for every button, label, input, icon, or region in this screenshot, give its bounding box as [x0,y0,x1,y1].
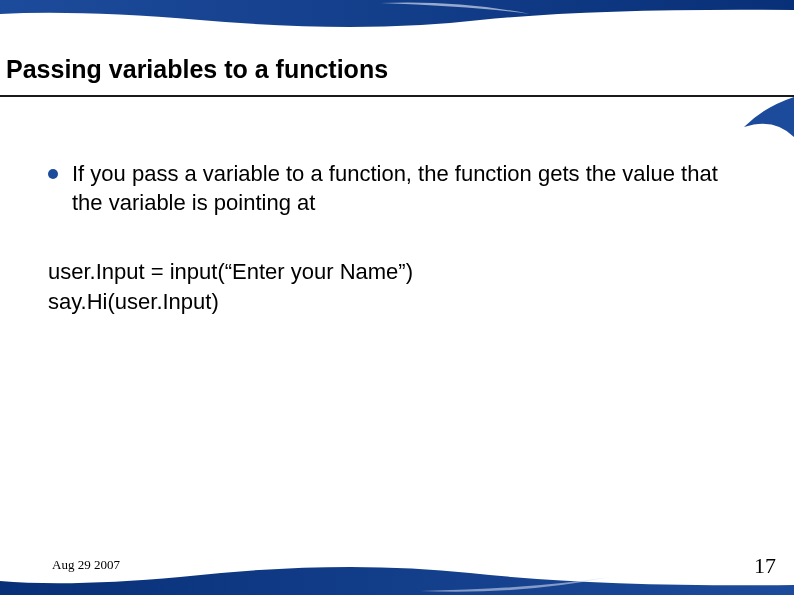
bullet-text: If you pass a variable to a function, th… [72,160,748,217]
slide-title: Passing variables to a functions [6,55,788,84]
page-number: 17 [754,553,776,579]
bullet-icon [48,169,58,179]
footer-date: Aug 29 2007 [52,557,752,573]
code-block: user.Input = input(“Enter your Name”) sa… [48,257,748,316]
top-decoration [0,0,794,50]
right-accent [734,97,794,137]
code-line-1: user.Input = input(“Enter your Name”) [48,257,748,287]
slide-content: If you pass a variable to a function, th… [48,160,748,317]
title-underline [0,95,794,97]
bullet-item: If you pass a variable to a function, th… [48,160,748,217]
code-line-2: say.Hi(user.Input) [48,287,748,317]
